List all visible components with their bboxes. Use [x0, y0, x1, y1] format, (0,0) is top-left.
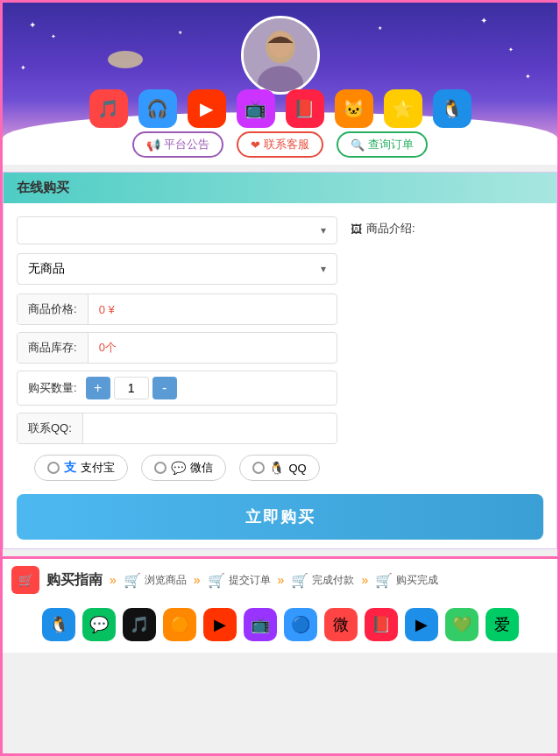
page-wrapper: ✦ ✦ ✦ ✦ ✦ ✦ ★ ★ 🎵 🎧 ▶ 📺 — [0, 0, 560, 756]
star-app-icon[interactable]: ⭐ — [384, 89, 422, 128]
guide-title: 购买指南 — [46, 571, 103, 590]
step2-icon: 🛒 — [208, 572, 225, 589]
guide-step-2: 🛒 提交订单 — [208, 572, 271, 589]
xiaohongshu-bottom-icon[interactable]: 📕 — [365, 608, 398, 641]
alipay-icon: 支 — [64, 460, 76, 476]
header-banner: ✦ ✦ ✦ ✦ ✦ ✦ ★ ★ 🎵 🎧 ▶ 📺 — [3, 3, 557, 165]
price-label: 商品价格: — [18, 294, 89, 324]
iqiyi-bottom-icon[interactable]: 爱 — [486, 608, 519, 641]
stock-value: 0个 — [89, 333, 127, 363]
query-icon: 🔍 — [351, 138, 365, 152]
buy-now-button[interactable]: 立即购买 — [17, 494, 543, 540]
purple-bottom-icon[interactable]: 📺 — [244, 608, 277, 641]
announcement-icon: 📢 — [146, 138, 160, 152]
alipay-option[interactable]: 支 支付宝 — [34, 455, 128, 481]
video-app-icon[interactable]: ▶ — [188, 89, 226, 128]
guide-step-3: 🛒 完成付款 — [291, 572, 354, 589]
avatar — [241, 16, 320, 95]
bottom-apps: 🐧 💬 🎵 🟠 ▶ 📺 🔵 微 📕 ▶ 💚 爱 — [11, 601, 549, 646]
orange-bottom-icon[interactable]: 🟠 — [163, 608, 196, 641]
quantity-row: 购买数量: + - — [17, 371, 337, 406]
wechat-bottom-icon[interactable]: 💬 — [82, 608, 116, 641]
contact-service-button[interactable]: ❤ 联系客服 — [237, 131, 323, 158]
star-3: ✦ — [480, 16, 487, 25]
guide-icon: 🛒 — [11, 566, 39, 594]
form-right: 🖼 商品介绍: — [351, 216, 543, 494]
step1-icon: 🛒 — [124, 572, 141, 589]
arrow-1: » — [194, 573, 201, 587]
section-title: 在线购买 — [4, 173, 556, 203]
query-order-button[interactable]: 🔍 查询订单 — [337, 131, 428, 158]
platform-announcement-button[interactable]: 📢 平台公告 — [132, 131, 223, 158]
arrow-3: » — [361, 573, 368, 587]
service-label: 联系客服 — [264, 137, 309, 152]
step3-label: 完成付款 — [312, 573, 354, 588]
star-4: ✦ — [508, 46, 514, 53]
guide-step-4: 🛒 购买完成 — [375, 572, 438, 589]
quantity-input[interactable] — [114, 377, 149, 399]
quantity-controls: + - — [86, 377, 177, 399]
star-1: ✦ — [29, 20, 36, 30]
green-bottom-icon[interactable]: 💚 — [445, 608, 478, 641]
step4-label: 购买完成 — [396, 573, 438, 588]
action-buttons-row: 📢 平台公告 ❤ 联系客服 🔍 查询订单 — [3, 131, 557, 158]
star-6: ✦ — [525, 73, 531, 81]
qq-row: 联系QQ: — [17, 413, 337, 444]
live-app-icon[interactable]: 📺 — [237, 89, 275, 128]
payment-options: 支 支付宝 💬 微信 🐧 QQ — [17, 455, 337, 481]
qq-payment-icon: 🐧 — [269, 461, 284, 475]
buy-button-label: 立即购买 — [245, 508, 315, 526]
quantity-decrease-button[interactable]: - — [152, 377, 177, 399]
qq-payment-radio — [252, 462, 265, 474]
guide-section: 🛒 购买指南 » 🛒 浏览商品 » 🛒 提交订单 » 🛒 完成付款 » — [3, 556, 557, 653]
step3-icon: 🛒 — [291, 572, 308, 589]
qq-bottom-icon[interactable]: 🐧 — [42, 608, 75, 641]
alipay-label: 支付宝 — [81, 460, 115, 476]
product-dropdown[interactable]: 无商品 ▾ — [17, 253, 337, 285]
query-label: 查询订单 — [368, 137, 414, 152]
quantity-increase-button[interactable]: + — [86, 377, 110, 399]
service-icon: ❤ — [251, 138, 260, 152]
intro-icon: 🖼 — [351, 223, 362, 236]
section-title-text: 在线购买 — [17, 180, 69, 194]
xiaohongshu-app-icon[interactable]: 📕 — [286, 89, 324, 128]
wechat-radio — [154, 462, 167, 474]
tiktok-bottom-icon[interactable]: 🎵 — [123, 608, 156, 641]
star-2: ✦ — [51, 33, 56, 40]
qq-label: 联系QQ: — [18, 413, 83, 443]
music-app-icon[interactable]: 🎵 — [89, 89, 128, 128]
step2-label: 提交订单 — [229, 573, 271, 588]
moon-decoration — [108, 51, 143, 68]
category-dropdown[interactable]: ▾ — [17, 216, 337, 244]
guide-header: 🛒 购买指南 » 🛒 浏览商品 » 🛒 提交订单 » 🛒 完成付款 » — [11, 566, 549, 594]
intro-text: 商品介绍: — [366, 221, 415, 237]
svg-point-3 — [268, 32, 291, 58]
step4-icon: 🛒 — [375, 572, 393, 589]
stock-row: 商品库存: 0个 — [17, 332, 337, 364]
arrow-2: » — [278, 573, 285, 587]
qq-payment-option[interactable]: 🐧 QQ — [239, 455, 319, 481]
star-7: ★ — [178, 29, 182, 35]
blue-bottom-icon[interactable]: 🔵 — [284, 608, 317, 641]
tencentvideo-bottom-icon[interactable]: ▶ — [405, 608, 438, 641]
chevron-down-icon: ▾ — [321, 224, 326, 237]
main-content: 在线购买 ▾ 无商品 ▾ 商品价格: 0 ¥ — [3, 172, 557, 549]
star-5: ✦ — [20, 64, 26, 72]
redvideo-bottom-icon[interactable]: ▶ — [203, 608, 237, 641]
announcement-label: 平台公告 — [164, 137, 209, 152]
wechat-label: 微信 — [190, 460, 213, 476]
wechat-option[interactable]: 💬 微信 — [141, 455, 226, 481]
weibo-bottom-icon[interactable]: 微 — [324, 608, 358, 641]
wechat-icon: 💬 — [171, 461, 186, 475]
alipay-radio — [47, 462, 60, 474]
buy-button-container: 立即购买 — [4, 494, 556, 540]
qq-app-icon[interactable]: 🐧 — [433, 89, 471, 128]
step1-label: 浏览商品 — [145, 573, 187, 588]
product-intro-label: 🖼 商品介绍: — [351, 221, 543, 237]
price-value: 0 ¥ — [89, 296, 125, 323]
qq-input[interactable] — [83, 415, 337, 442]
listen-app-icon[interactable]: 🎧 — [138, 89, 177, 128]
cat-app-icon[interactable]: 🐱 — [335, 89, 373, 128]
form-area: ▾ 无商品 ▾ 商品价格: 0 ¥ 商品库存: 0个 — [4, 216, 556, 494]
guide-step-1: 🛒 浏览商品 — [124, 572, 187, 589]
